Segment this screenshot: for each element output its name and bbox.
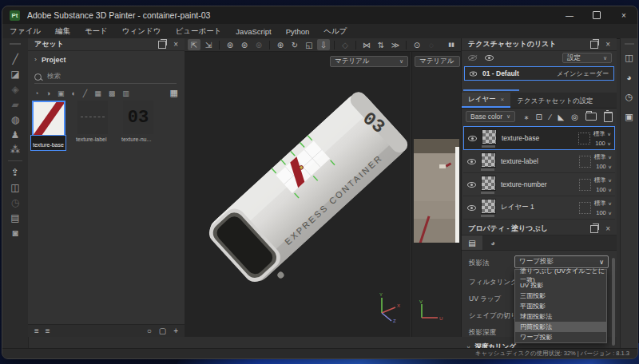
add-mask-icon[interactable]: ◣ xyxy=(558,113,565,121)
projection-settings-icon[interactable]: ⊛ xyxy=(224,39,236,50)
eye-icon[interactable] xyxy=(467,159,476,164)
option-warp[interactable]: ワープ投影 xyxy=(515,332,606,342)
filter-brush-icon[interactable]: ╱ xyxy=(83,89,87,97)
add-paint-icon[interactable]: ∕ xyxy=(550,113,551,121)
asset-search-input[interactable]: 検索 xyxy=(34,70,177,84)
asset-texture-base[interactable] xyxy=(32,101,65,137)
opacity-dropdown[interactable]: 100 ∨ xyxy=(596,163,612,170)
layer-row-layer-1[interactable]: レイヤー 1 標準 ∨ 100 ∨ xyxy=(463,196,615,220)
eye-icon[interactable] xyxy=(470,71,477,76)
menu-python[interactable]: Python xyxy=(279,27,317,36)
smudge-tool-icon[interactable]: ◍ xyxy=(6,112,24,127)
minimize-button[interactable]: — xyxy=(556,6,583,24)
grid-view-icon[interactable]: ▦ xyxy=(170,88,178,98)
show-all-eye-icon[interactable] xyxy=(485,55,494,61)
shader-settings-icon[interactable]: ◕ xyxy=(626,73,632,82)
export-textures-icon[interactable]: ⇪ xyxy=(6,164,24,180)
eye-icon[interactable] xyxy=(467,182,476,188)
blend-mode-dropdown[interactable]: 標準 ∨ xyxy=(593,130,611,138)
transform-uv-tool-icon[interactable]: ⇲ xyxy=(202,39,215,50)
projection-settings2-icon[interactable]: ⊛ xyxy=(238,39,251,50)
mirror-icon[interactable]: ⋈ xyxy=(360,39,373,50)
add-asset-icon[interactable]: + xyxy=(173,326,178,335)
folder-icon[interactable] xyxy=(585,113,597,121)
polygon-fill-tool-icon[interactable]: ▰ xyxy=(6,97,24,112)
add-smart-material-icon[interactable]: ◎ xyxy=(571,113,578,121)
filter-smart-mask-icon[interactable]: ▣ xyxy=(58,89,65,97)
texture-set-row[interactable]: 01 - Default メインシェーダー xyxy=(464,66,614,81)
add-fill-icon[interactable]: ⊡ xyxy=(536,113,542,121)
eye-icon[interactable] xyxy=(467,205,476,211)
list-view-icon[interactable]: ≡ xyxy=(34,326,39,335)
display-settings-icon[interactable]: ◫ xyxy=(6,180,24,195)
blend-mode-dropdown[interactable]: 標準 ∨ xyxy=(594,153,612,161)
filter-filter-icon[interactable]: ◐ xyxy=(71,89,75,97)
material-mode-dropdown-3d[interactable]: マテリアル ∨ xyxy=(330,56,408,67)
hide-all-eye-icon[interactable] xyxy=(468,55,477,61)
maximize-button[interactable] xyxy=(583,6,610,24)
asset-texture-label[interactable] xyxy=(77,101,108,134)
close-button[interactable]: × xyxy=(610,6,637,24)
option-cylindrical[interactable]: 円筒投影法 xyxy=(515,322,606,332)
option-planar[interactable]: 平面投影 xyxy=(515,301,606,311)
opacity-dropdown[interactable]: 100 ∨ xyxy=(596,209,612,216)
clone-stamp-tool-icon[interactable]: ♟ xyxy=(6,127,24,142)
strip-handle[interactable] xyxy=(625,43,634,45)
menu-file[interactable]: ファイル xyxy=(2,26,48,37)
trash-icon[interactable] xyxy=(604,112,613,122)
tool-strip-handle[interactable] xyxy=(10,43,21,45)
material-mode-dropdown-2d[interactable]: マテリアル xyxy=(415,56,460,67)
filter-texture-icon[interactable]: ▩ xyxy=(109,89,116,97)
eraser-tool-icon[interactable]: ◪ xyxy=(6,66,24,81)
display-settings-icon[interactable]: ◫ xyxy=(625,53,633,63)
resources-icon[interactable]: ▤ xyxy=(6,210,24,225)
blend-mode-dropdown[interactable]: 標準 ∨ xyxy=(594,176,612,184)
hscrollbar[interactable] xyxy=(463,89,519,91)
layer-row-texture-base[interactable]: texture-base 標準 ∨ 100 ∨ xyxy=(463,126,615,150)
filter-environment-icon[interactable]: ▥ xyxy=(122,89,129,97)
menu-help[interactable]: ヘルプ xyxy=(316,26,354,37)
close-panel-icon[interactable]: × xyxy=(173,42,178,48)
history-icon[interactable]: ◷ xyxy=(625,92,633,102)
layer-row-texture-label[interactable]: texture-label 標準 ∨ 100 ∨ xyxy=(463,150,615,173)
menu-javascript[interactable]: JavaScript xyxy=(228,27,278,36)
add-effect-icon[interactable]: ⁎ xyxy=(525,113,529,121)
close-panel-icon[interactable]: × xyxy=(605,42,610,48)
viewport-2d[interactable]: マテリアル V U xyxy=(411,38,462,337)
particles-tool-icon[interactable]: ⁂ xyxy=(6,142,24,157)
eye-icon[interactable] xyxy=(468,136,477,141)
transform-tool-icon[interactable]: ⇱ xyxy=(188,39,200,50)
tab-fill-properties[interactable]: ▤ xyxy=(462,235,482,250)
menu-viewport[interactable]: ビューポート xyxy=(168,26,228,37)
shader-link[interactable]: メインシェーダー xyxy=(557,69,609,78)
magnify-icon[interactable]: ⊙ xyxy=(411,39,423,50)
brush-tool-icon[interactable]: ╱ xyxy=(6,51,24,66)
channel-selector-dropdown[interactable]: Base color ∨ xyxy=(466,111,515,122)
filter-alpha-icon[interactable]: ▦ xyxy=(94,89,101,97)
viewport-3d[interactable]: EXPRESS CONTAINER 03 xyxy=(185,38,411,337)
layer-row-texture-number[interactable]: texture-number 標準 ∨ 100 ∨ xyxy=(463,173,615,196)
scale-manipulator-icon[interactable]: ◱ xyxy=(303,39,316,50)
mask-placeholder[interactable] xyxy=(579,202,591,214)
opacity-dropdown[interactable]: 100 ∨ xyxy=(595,140,611,147)
sync-status-icon[interactable]: ○ xyxy=(147,326,152,335)
projection-tool-icon[interactable]: ◈ xyxy=(6,81,24,97)
symmetry-icon[interactable]: ⇅ xyxy=(375,39,387,50)
float-panel-icon[interactable] xyxy=(158,41,166,49)
mask-placeholder[interactable] xyxy=(579,179,591,191)
move-manipulator-icon[interactable]: ⊕ xyxy=(274,39,287,50)
close-tab-icon[interactable]: × xyxy=(501,96,505,103)
tab-material-properties[interactable]: ◕ xyxy=(482,235,503,250)
filter-material-icon[interactable]: ◔ xyxy=(34,89,38,97)
float-panel-icon[interactable] xyxy=(590,41,598,49)
shelf-icon[interactable]: ◙ xyxy=(6,225,24,240)
menu-mode[interactable]: モード xyxy=(77,26,115,37)
float-panel-icon[interactable] xyxy=(590,225,598,233)
menu-window[interactable]: ウィンドウ xyxy=(115,26,169,37)
close-panel-icon[interactable]: × xyxy=(605,226,610,232)
tab-layers[interactable]: レイヤー × xyxy=(462,93,510,108)
option-triplanar[interactable]: 三面投影 xyxy=(515,291,606,301)
filter-smart-material-icon[interactable]: ◑ xyxy=(46,89,50,97)
lazy-mouse-icon[interactable]: ≫ xyxy=(389,39,402,50)
asset-texture-base-label[interactable]: texture-base xyxy=(30,135,66,151)
